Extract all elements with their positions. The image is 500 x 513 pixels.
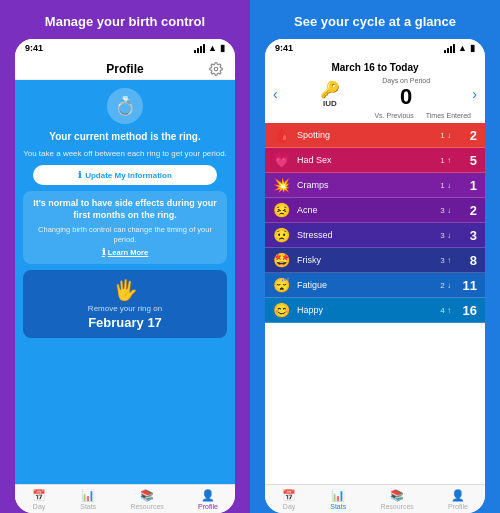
right-status-icons: ▲ ▮ bbox=[444, 43, 475, 53]
acne-label: Acne bbox=[293, 205, 440, 215]
days-count: 0 bbox=[400, 84, 412, 110]
left-status-bar: 9:41 ▲ ▮ bbox=[15, 39, 235, 57]
list-item[interactable]: 😣 Acne 3 ↓ 2 bbox=[265, 198, 485, 223]
settings-icon[interactable] bbox=[209, 62, 223, 76]
right-battery-icon: ▮ bbox=[470, 43, 475, 53]
frisky-label: Frisky bbox=[293, 255, 440, 265]
day-tab-icon: 📅 bbox=[32, 489, 46, 502]
acne-trend: 3 ↓ bbox=[440, 206, 451, 215]
had-sex-count: 5 bbox=[457, 153, 477, 168]
happy-count: 16 bbox=[457, 303, 477, 318]
profile-main-text: Your current method is the ring. bbox=[49, 130, 201, 143]
right-time: 9:41 bbox=[275, 43, 293, 53]
right-stats-label: Stats bbox=[330, 503, 346, 510]
list-item[interactable]: 💥 Cramps 1 ↓ 1 bbox=[265, 173, 485, 198]
right-profile-label: Profile bbox=[448, 503, 468, 510]
wifi-icon: ▲ bbox=[208, 43, 217, 53]
spotting-icon: 🩸 bbox=[273, 127, 293, 143]
resources-tab-icon: 📚 bbox=[140, 489, 154, 502]
left-time: 9:41 bbox=[25, 43, 43, 53]
spotting-trend: 1 ↓ bbox=[440, 131, 451, 140]
ring-emoji: 💍 bbox=[114, 95, 136, 117]
right-wifi-icon: ▲ bbox=[458, 43, 467, 53]
list-item[interactable]: 😴 Fatigue 2 ↓ 11 bbox=[265, 273, 485, 298]
iud-icon: 🔑 bbox=[320, 80, 340, 99]
right-profile-icon: 👤 bbox=[451, 489, 465, 502]
info-card-desc: Changing birth control can change the ti… bbox=[31, 225, 219, 245]
left-tab-stats[interactable]: 📊 Stats bbox=[80, 489, 96, 510]
right-header: See your cycle at a glance bbox=[250, 0, 500, 39]
vs-previous-label: Vs. Previous bbox=[374, 112, 413, 119]
right-resources-label: Resources bbox=[380, 503, 413, 510]
right-tab-stats[interactable]: 📊 Stats bbox=[330, 489, 346, 510]
battery-icon: ▮ bbox=[220, 43, 225, 53]
right-tab-resources[interactable]: 📚 Resources bbox=[380, 489, 413, 510]
right-tab-profile[interactable]: 👤 Profile bbox=[448, 489, 468, 510]
day-tab-label: Day bbox=[33, 503, 45, 510]
learn-more-icon: ℹ bbox=[102, 247, 105, 257]
frisky-count: 8 bbox=[457, 253, 477, 268]
cramps-trend: 1 ↓ bbox=[440, 181, 451, 190]
fatigue-trend: 2 ↓ bbox=[440, 281, 451, 290]
right-phone-screen: 9:41 ▲ ▮ March 16 to Today ‹ 🔑 IUD Days … bbox=[265, 39, 485, 513]
spotting-count: 2 bbox=[457, 128, 477, 143]
happy-icon: 😊 bbox=[273, 302, 293, 318]
stressed-trend: 3 ↓ bbox=[440, 231, 451, 240]
right-day-label: Day bbox=[283, 503, 295, 510]
stressed-count: 3 bbox=[457, 228, 477, 243]
stressed-icon: 😟 bbox=[273, 227, 293, 243]
profile-sub-text: You take a week off between each ring to… bbox=[23, 149, 227, 159]
prev-cycle-button[interactable]: ‹ bbox=[273, 86, 278, 102]
list-item[interactable]: 🤩 Frisky 3 ↑ 8 bbox=[265, 248, 485, 273]
frisky-trend: 3 ↑ bbox=[440, 256, 451, 265]
spotting-label: Spotting bbox=[293, 130, 440, 140]
times-entered-label: Times Entered bbox=[426, 112, 471, 119]
left-tab-bar: 📅 Day 📊 Stats 📚 Resources 👤 Profile bbox=[15, 484, 235, 513]
had-sex-label: Had Sex bbox=[293, 155, 440, 165]
profile-tab-icon: 👤 bbox=[201, 489, 215, 502]
ring-icon-circle: 💍 bbox=[107, 88, 143, 124]
cramps-icon: 💥 bbox=[273, 177, 293, 193]
info-card: It's normal to have side effects during … bbox=[23, 191, 227, 264]
reminder-date: February 17 bbox=[88, 315, 162, 330]
profile-content: 💍 Your current method is the ring. You t… bbox=[15, 80, 235, 484]
had-sex-icon: 💗 bbox=[273, 152, 293, 168]
had-sex-trend: 1 ↑ bbox=[440, 156, 451, 165]
left-status-icons: ▲ ▮ bbox=[194, 43, 225, 53]
left-nav-bar: Profile bbox=[15, 57, 235, 80]
signal-icon bbox=[194, 44, 205, 53]
fatigue-icon: 😴 bbox=[273, 277, 293, 293]
info-card-title: It's normal to have side effects during … bbox=[31, 198, 219, 221]
right-tab-day[interactable]: 📅 Day bbox=[282, 489, 296, 510]
stressed-label: Stressed bbox=[293, 230, 440, 240]
right-panel: See your cycle at a glance 9:41 ▲ ▮ Marc… bbox=[250, 0, 500, 513]
next-cycle-button[interactable]: › bbox=[472, 86, 477, 102]
fatigue-count: 11 bbox=[457, 278, 477, 293]
right-status-bar: 9:41 ▲ ▮ bbox=[265, 39, 485, 57]
stats-tab-label: Stats bbox=[80, 503, 96, 510]
left-tab-profile[interactable]: 👤 Profile bbox=[198, 489, 218, 510]
reminder-sub-text: Remove your ring on bbox=[88, 304, 162, 313]
happy-label: Happy bbox=[293, 305, 440, 315]
left-phone-screen: 9:41 ▲ ▮ Profile 💍 Your current method i… bbox=[15, 39, 235, 513]
acne-count: 2 bbox=[457, 203, 477, 218]
stats-tab-icon: 📊 bbox=[81, 489, 95, 502]
cycle-list: 🩸 Spotting 1 ↓ 2 💗 Had Sex 1 ↑ 5 💥 Cramp… bbox=[265, 123, 485, 484]
ring-reminder: 🖐 Remove your ring on February 17 bbox=[23, 270, 227, 338]
cycle-title: March 16 to Today bbox=[273, 62, 477, 73]
list-item[interactable]: 😊 Happy 4 ↑ 16 bbox=[265, 298, 485, 323]
acne-icon: 😣 bbox=[273, 202, 293, 218]
left-tab-resources[interactable]: 📚 Resources bbox=[130, 489, 163, 510]
cycle-stats-row: ‹ 🔑 IUD Days on Period 0 › bbox=[273, 77, 477, 110]
list-item[interactable]: 😟 Stressed 3 ↓ 3 bbox=[265, 223, 485, 248]
right-tab-bar: 📅 Day 📊 Stats 📚 Resources 👤 Profile bbox=[265, 484, 485, 513]
list-item[interactable]: 🩸 Spotting 1 ↓ 2 bbox=[265, 123, 485, 148]
learn-more-button[interactable]: ℹ Learn More bbox=[102, 247, 148, 257]
cramps-label: Cramps bbox=[293, 180, 440, 190]
update-info-button[interactable]: ℹ Update My Information bbox=[33, 165, 217, 185]
left-tab-day[interactable]: 📅 Day bbox=[32, 489, 46, 510]
days-on-period-label: Days on Period bbox=[382, 77, 430, 84]
frisky-icon: 🤩 bbox=[273, 252, 293, 268]
cycle-header: March 16 to Today ‹ 🔑 IUD Days on Period… bbox=[265, 57, 485, 123]
list-item[interactable]: 💗 Had Sex 1 ↑ 5 bbox=[265, 148, 485, 173]
